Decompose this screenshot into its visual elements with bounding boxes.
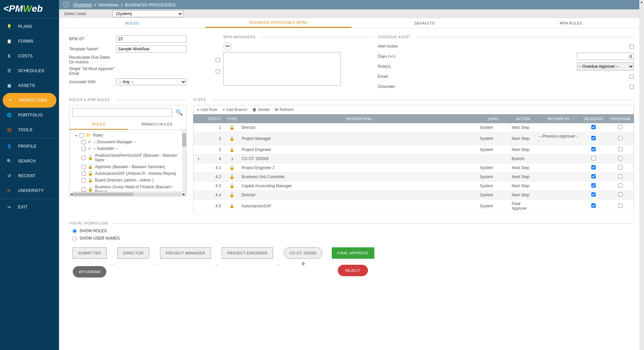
show-users-radio[interactable] — [72, 236, 77, 241]
sidebar-item-profile[interactable]: 👤PROFILE — [0, 139, 59, 154]
tree-item[interactable]: 🔓AnalisisGastoPermisoSAF (Bassam - Bassa… — [71, 152, 184, 163]
tree-item[interactable]: 🔓Approver (Bassam - Bassam Samman) — [71, 163, 184, 170]
main-content: i (Portfolio) > Workflows > BUSINESS PRO… — [59, 0, 644, 350]
subtab-branch[interactable]: BRANCH RULES — [128, 119, 186, 130]
workflow-diagram: SUBMITTER ↓ WITHDRAW → DIRECTOR → PROJEC… — [69, 247, 634, 278]
wf-pm-box[interactable]: PROJECT MANAGER — [160, 247, 211, 259]
alert-active-label: Alert Active — [378, 44, 398, 49]
wf-final-box[interactable]: FINAL APPROVE — [332, 247, 374, 259]
docusign-checkbox[interactable] — [618, 192, 623, 197]
show-users-label: SHOW USER NAMES — [79, 236, 120, 241]
tab-roles[interactable]: ROLES — [59, 18, 205, 28]
onscreen-checkbox[interactable] — [630, 85, 634, 89]
wf-submitter-box[interactable]: SUBMITTER — [72, 247, 107, 259]
tab-apm[interactable]: APM RULES — [498, 18, 644, 28]
docusign-checkbox[interactable] — [618, 147, 623, 151]
template-input[interactable] — [116, 45, 186, 53]
sidebar-item-university[interactable]: 🎓UNIVERSITY — [0, 183, 59, 198]
bpm-id-input[interactable] — [116, 35, 186, 43]
docusign-checkbox[interactable] — [618, 125, 623, 129]
sidebar-item-workflows[interactable]: ✔WORKFLOWS — [3, 93, 56, 108]
delegate-checkbox[interactable] — [591, 174, 596, 179]
recalc-checkbox[interactable] — [216, 58, 220, 62]
days-input[interactable] — [577, 53, 634, 60]
docusign-checkbox[interactable] — [618, 203, 623, 208]
delegate-checkbox[interactable] — [591, 156, 596, 160]
delegate-checkbox[interactable] — [591, 192, 596, 197]
template-label: Template Name* — [69, 47, 116, 51]
table-row[interactable]: 4.5 🔓 AutorizacionSAF System Final Appro… — [194, 200, 634, 213]
email-checkbox[interactable] — [630, 74, 634, 79]
add-role-button[interactable]: +Add Role — [197, 107, 217, 112]
info-icon[interactable]: i — [63, 2, 69, 8]
delegate-checkbox[interactable] — [591, 203, 596, 208]
tree-item[interactable]: 🔓Business Group Head of Finance (Bassam … — [71, 184, 184, 192]
delegate-checkbox[interactable] — [591, 136, 596, 140]
sidebar-item-costs[interactable]: $COSTS — [0, 49, 59, 63]
wf-co-box[interactable]: CO GT 100000 — [284, 247, 322, 259]
roles-tree: ▸📁Roles ✔-- Document Manager --✔-- Submi… — [69, 130, 186, 192]
single-checkbox[interactable] — [216, 69, 220, 73]
docusign-checkbox[interactable] — [618, 174, 623, 179]
managers-box[interactable] — [223, 52, 341, 86]
subtab-roles[interactable]: ROLES — [69, 119, 128, 130]
table-row[interactable]: 4.1 🔓 Project Engineer 2 System Next Ste… — [194, 163, 634, 172]
sidebar-item-plans[interactable]: 💡PLANS — [0, 19, 59, 34]
delegate-checkbox[interactable] — [591, 165, 596, 169]
delegate-checkbox[interactable] — [591, 183, 596, 188]
managers-ellipsis-button[interactable]: ••• — [223, 42, 231, 50]
sidebar-item-exit[interactable]: ↪EXIT — [0, 200, 59, 214]
search-icon[interactable]: 🔍 — [175, 108, 183, 117]
wf-pe-box[interactable]: PROJECT ENGINEER — [222, 247, 273, 259]
table-row[interactable]: 4.2 🔓 Business Unit Controller System Ne… — [194, 172, 634, 182]
delete-button[interactable]: 🗑Delete — [253, 107, 270, 112]
table-row[interactable]: 4.4 🔓 Director System Next Step — [194, 191, 634, 200]
sidebar-item-assets[interactable]: ▦ASSETS — [0, 78, 59, 93]
docusign-checkbox[interactable] — [618, 165, 623, 169]
header-docusign: DOCUSIGN — [607, 115, 634, 123]
expand-icon[interactable]: ▼ — [196, 157, 202, 161]
refresh-button[interactable]: ⟳Refresh — [275, 107, 294, 112]
sidebar-item-search[interactable]: 🔍SEARCH — [0, 154, 59, 168]
tree-scrollbar-horizontal[interactable]: ◀▶ — [69, 192, 186, 197]
sidebar-item-schedules[interactable]: ☰SCHEDULES — [0, 63, 59, 78]
main-scrollbar[interactable]: ▲ — [639, 0, 644, 350]
add-branch-button[interactable]: +Add Branch — [222, 107, 247, 112]
show-roles-label: SHOW ROLES — [79, 229, 107, 233]
breadcrumb-portfolio[interactable]: (Portfolio) — [73, 2, 92, 7]
sidebar-item-forms[interactable]: 📋FORMS — [0, 34, 59, 49]
assoc-dropdown[interactable]: -- Any -- — [116, 79, 186, 85]
tree-item[interactable]: 🔓Board Directors (admin - Admin ) — [71, 177, 184, 184]
table-row[interactable]: 1 🔓 Director System Next Step — [194, 123, 634, 132]
show-roles-radio[interactable] — [72, 229, 77, 233]
delegate-checkbox[interactable] — [591, 125, 596, 129]
unlock-icon: 🔓 — [229, 174, 234, 179]
alert-active-checkbox[interactable] — [630, 44, 634, 49]
table-row[interactable]: 3 🔓 Project Engineer System Next Step — [194, 145, 634, 154]
docusign-checkbox[interactable] — [618, 156, 623, 160]
tab-bpm[interactable]: BUSINESS PROCESSES (BPM) — [205, 18, 352, 28]
tree-item[interactable]: ✔-- Submitter -- — [71, 145, 184, 152]
sidebar-item-recent[interactable]: ↺RECENT — [0, 168, 59, 183]
tree-item[interactable]: 🔓AutorizacionSAF (Antonio.R - Antonio Re… — [71, 170, 184, 177]
wf-director-box[interactable]: DIRECTOR — [117, 247, 149, 259]
wf-withdraw-box[interactable]: WITHDRAW — [73, 266, 106, 278]
wf-reject-box[interactable]: REJECT — [338, 265, 368, 276]
docusign-checkbox[interactable] — [618, 136, 623, 140]
roles-search-input[interactable] — [72, 108, 172, 117]
tree-scrollbar-vertical[interactable] — [182, 130, 186, 192]
tab-defaults[interactable]: DEFAULTS — [352, 18, 498, 28]
sidebar-item-portfolio[interactable]: 🌐PORTFOLIO — [0, 108, 59, 122]
table-row[interactable]: 4.3 🔓 Capital Accounting Manager System … — [194, 182, 634, 191]
table-row[interactable]: 2 🔓 Project Manager System Next Step -- … — [194, 132, 634, 145]
onscreen-label: Onscreen — [378, 84, 395, 89]
docusign-checkbox[interactable] — [618, 183, 623, 188]
tree-item[interactable]: ✔-- Document Manager -- — [71, 139, 184, 145]
sidebar-item-tools[interactable]: 💼TOOLS — [0, 122, 59, 137]
assoc-label: Associate With — [69, 80, 116, 84]
table-row[interactable]: ▼ 4 ⬗ CO GT 100000 Branch — [194, 154, 634, 163]
roles-dropdown[interactable]: -- Overdue Approver -- — [577, 62, 634, 70]
tree-root[interactable]: ▸📁Roles — [71, 132, 184, 139]
delegate-checkbox[interactable] — [591, 147, 596, 151]
select-level-dropdown[interactable]: (System) — [113, 10, 183, 17]
